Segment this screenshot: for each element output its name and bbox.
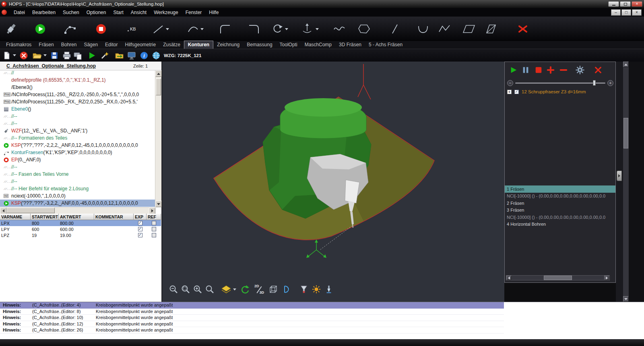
message-row[interactable]: Hinweis:(C_Achsfräse...(Editor: 8)Kreisb… [0,309,504,315]
menu-suchen[interactable]: Suchen [59,8,83,16]
print-preview-icon[interactable] [73,51,83,60]
slider-thumb[interactable] [593,80,596,86]
scroll-down-button[interactable] [155,201,162,207]
code-area[interactable]: //...//definefpprofile (0,65535,'',0,'',… [0,70,155,207]
sim-settings-button[interactable] [576,66,584,74]
code-line[interactable]: ncinciext (-10000,'',1,0,0,0,0) [0,192,155,200]
wand-icon[interactable] [100,51,109,60]
tab-bemassung[interactable]: Bemassung [243,41,276,49]
arc-tool-icon[interactable] [187,23,204,35]
ref-checkbox[interactable] [152,233,156,237]
code-line[interactable]: Proc/NCInfoProcess(111,250-_RX,_RZ/2,0,2… [0,98,155,105]
code-line[interactable]: //...//-- [0,163,155,171]
menu-optionen[interactable]: Optionen [83,8,110,16]
zoom-out-icon[interactable] [169,284,178,294]
sim-close-button[interactable] [594,66,602,74]
save-icon[interactable] [50,51,59,60]
menu-start[interactable]: Start [109,8,127,16]
view-2d3d-toggle[interactable]: 2D3D [254,284,264,295]
monitor-icon[interactable] [127,51,136,60]
message-row[interactable]: Hinweis:(C_Achsfräse...(Editor: 12)Kreis… [0,321,504,327]
tab-fräsmakros[interactable]: Fräsmakros [2,41,35,49]
menu-bearbeiten[interactable]: Bearbeiten [29,8,59,16]
column-header-exp[interactable]: EXP [134,214,147,220]
polygon-icon[interactable] [357,23,370,35]
scroll-thumb[interactable] [6,208,55,213]
scroll-left-button[interactable] [506,276,512,280]
sim-stop-button[interactable] [535,66,543,74]
sim-add-button[interactable] [547,66,555,74]
tab-3d-fräsen[interactable]: 3D Fräsen [335,41,365,49]
slider-increase-button[interactable]: + [607,80,613,86]
editor-vertical-scrollbar[interactable] [155,70,161,207]
rotate-ccw-icon[interactable] [271,23,288,35]
right-scrollbar[interactable] [623,62,629,302]
milling-head-icon[interactable] [4,22,18,36]
scroll-up-button[interactable] [623,62,629,67]
polyline-icon[interactable] [438,23,451,35]
open-folder-icon[interactable] [32,51,47,60]
contour-points-icon[interactable] [64,23,76,35]
print-icon[interactable] [62,51,72,60]
code-line[interactable]: WZF (12,_VE,_V,_VA,_SD,_ANF,'1') [0,127,155,134]
info-icon[interactable]: i [140,51,149,60]
close-red-icon[interactable] [19,51,28,60]
tab-bohren[interactable]: Bohren [58,41,80,49]
tab-fräsen[interactable]: Fräsen [35,41,57,49]
panel-horizontal-scrollbar[interactable] [506,275,610,280]
menu-fenster[interactable]: Fenster [182,8,206,16]
tool-tree-item[interactable]: + 12 Schruppfraeser Z3 d=16mm [507,89,586,94]
app-menu-icon[interactable] [2,10,7,15]
process-item[interactable]: 1 Fräsen [505,185,615,193]
column-header-aktwert[interactable]: AKTWERT [59,214,94,220]
scroll-left-button[interactable] [0,208,6,214]
new-file-icon[interactable] [2,51,16,60]
rotate-axis-icon[interactable] [300,23,319,35]
slash-line-icon[interactable] [389,23,401,35]
settings-sun-icon[interactable] [312,285,321,294]
tree-expand-button[interactable]: + [507,90,512,94]
message-row[interactable]: Hinweis:(C_Achsfräse...(Editor: 4)Kreisb… [0,302,504,309]
tool-checkbox[interactable] [514,90,519,94]
editor-filename[interactable]: C_Achsfräsen_Optionale_Stellung.hop [6,63,96,69]
line-tool-icon[interactable] [152,23,169,35]
message-row[interactable]: Hinweis:(C_Achsfräse...(Editor: 26)Kreis… [0,327,504,334]
code-line[interactable]: Proc/NCInfoProcess(111,-250,_RZ/2,0,-250… [0,91,155,98]
process-item[interactable]: NCI[-10000] () - (0.00,0.00,0.00,0.00,0.… [505,193,615,200]
exp-checkbox[interactable] [138,227,142,231]
tab-maschcomp[interactable]: MaschComp [301,41,335,49]
tab-editor[interactable]: Editor [101,41,121,49]
scroll-right-button[interactable] [149,208,155,214]
code-line[interactable]: /Ebene3() [0,84,155,91]
code-line[interactable]: //...// [0,70,155,76]
parallelogram-icon[interactable] [462,23,476,35]
maximize-button[interactable] [620,1,631,7]
scroll-right-button[interactable] [604,276,609,280]
run-small-icon[interactable] [87,51,96,60]
column-header-ref[interactable]: REF [147,214,161,220]
sim-pause-button[interactable] [522,66,530,74]
delete-red-icon[interactable] [517,23,529,35]
scroll-thumb[interactable] [544,276,572,280]
zoom-window-icon[interactable] [181,284,190,294]
process-item[interactable]: NCI[-10000] () - (0.00,0.00,0.00,0.00,0.… [505,214,615,221]
mdi-close-button[interactable]: × [632,9,642,16]
process-item[interactable]: 4 Horizontal Bohren [505,221,615,228]
minimize-button[interactable] [608,1,619,7]
scroll-down-button[interactable] [623,296,629,302]
menu-ansicht[interactable]: Ansicht [127,8,150,16]
tab-5-achs-fräsen[interactable]: 5 - Achs Fräsen [365,41,406,49]
tab-hilfsgeometrie[interactable]: Hilfsgeometrie [121,41,159,49]
globe-icon[interactable] [152,51,161,60]
rotate-view-icon[interactable] [282,284,292,294]
exp-checkbox[interactable] [138,221,142,225]
slider-track[interactable] [515,82,605,84]
tab-sägen[interactable]: Sägen [80,41,101,49]
editor-horizontal-scrollbar[interactable] [0,207,155,214]
process-item[interactable]: 2 Fräsen [505,200,615,207]
tab-toolopti[interactable]: ToolOpti [276,41,301,49]
mdi-restore-button[interactable]: □ [621,9,631,16]
fillet-tool-icon[interactable] [219,23,231,35]
close-button[interactable]: × [632,1,642,7]
chamfer-tool-icon[interactable] [248,23,260,35]
